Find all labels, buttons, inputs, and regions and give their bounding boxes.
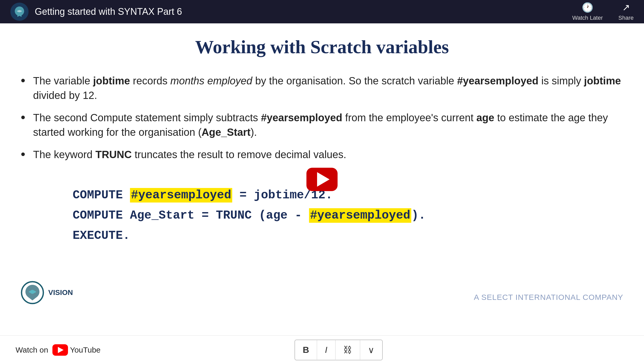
bullets-list: • The variable jobtime records months em… (21, 73, 623, 170)
slide-title: Working with Scratch variables (21, 36, 623, 58)
play-button[interactable] (306, 168, 338, 191)
keyword-jobtime: jobtime (93, 75, 130, 86)
slide-area: Working with Scratch variables • The var… (0, 23, 644, 335)
keyword-trunc: TRUNC (95, 149, 132, 160)
keyword-age-start: Age_Start (202, 126, 251, 138)
phrase-months-employed: months employed (170, 75, 252, 86)
watch-later-button[interactable]: 🕐 Watch Later (572, 2, 603, 21)
watch-on-youtube-link[interactable]: Watch on YouTube (16, 344, 101, 356)
share-label: Share (618, 15, 634, 21)
bullet-dot: • (21, 73, 25, 88)
italic-button[interactable]: I (317, 340, 335, 360)
youtube-play-icon (58, 347, 64, 353)
company-label: A SELECT INTERNATIONAL COMPANY (474, 293, 623, 301)
keyword-yearsemployed-1: #yearsemployed (457, 75, 539, 86)
share-button[interactable]: ↗ Share (618, 2, 634, 21)
smartvision-logo-icon (21, 281, 44, 304)
code-line-2: COMPUTE Age_Start = TRUNC (age - #yearse… (73, 205, 623, 226)
video-title: Getting started with SYNTAX Part 6 (35, 6, 182, 17)
watch-on-text: Watch on (16, 346, 48, 354)
bullet-dot: • (21, 110, 25, 125)
link-icon: ⛓ (343, 345, 352, 355)
keyword-yearsemployed-2: #yearsemployed (261, 112, 342, 123)
youtube-logo: YouTube (52, 344, 101, 356)
svg-point-2 (30, 290, 35, 294)
list-item: • The variable jobtime records months em… (21, 73, 623, 103)
link-button[interactable]: ⛓ (335, 340, 360, 360)
code-line-1: COMPUTE #yearsemployed = jobtime/12. (73, 185, 623, 205)
list-item: • The keyword TRUNC truncates the result… (21, 147, 623, 162)
bullet-dot: • (21, 147, 25, 161)
bold-button[interactable]: B (295, 340, 317, 360)
share-icon: ↗ (622, 2, 630, 13)
code-highlight-yearsemployed-1: #yearsemployed (130, 188, 232, 203)
watch-later-label: Watch Later (572, 15, 603, 21)
channel-logo (10, 3, 29, 21)
top-bar-left: Getting started with SYNTAX Part 6 (10, 3, 182, 21)
keyword-age: age (476, 112, 494, 123)
top-bar: Getting started with SYNTAX Part 6 🕐 Wat… (0, 0, 644, 23)
code-block: COMPUTE #yearsemployed = jobtime/12. COM… (73, 185, 623, 246)
play-triangle-icon (317, 172, 330, 187)
chevron-down-icon: ∨ (368, 345, 374, 355)
youtube-icon (52, 344, 68, 356)
slide-logo: VISION (21, 281, 73, 304)
video-container: Getting started with SYNTAX Part 6 🕐 Wat… (0, 0, 644, 364)
smartvision-logo-text: VISION (48, 288, 73, 297)
bullet-text-1: The variable jobtime records months empl… (33, 73, 623, 103)
bottom-bar: Watch on YouTube B I ⛓ ∨ (0, 335, 644, 364)
youtube-text: YouTube (70, 346, 101, 354)
list-item: • The second Compute statement simply su… (21, 110, 623, 139)
more-button[interactable]: ∨ (360, 340, 382, 360)
company-text-area: A SELECT INTERNATIONAL COMPANY (474, 293, 623, 302)
clock-icon: 🕐 (582, 2, 593, 13)
code-line-3: EXECUTE. (73, 226, 623, 246)
bullet-text-2: The second Compute statement simply subt… (33, 110, 623, 139)
code-highlight-yearsemployed-2: #yearsemployed (309, 208, 411, 223)
top-bar-right: 🕐 Watch Later ↗ Share (572, 2, 634, 21)
keyword-jobtime-2: jobtime (584, 75, 621, 86)
bullet-text-3: The keyword TRUNC truncates the result t… (33, 147, 623, 162)
text-toolbar: B I ⛓ ∨ (294, 340, 383, 360)
